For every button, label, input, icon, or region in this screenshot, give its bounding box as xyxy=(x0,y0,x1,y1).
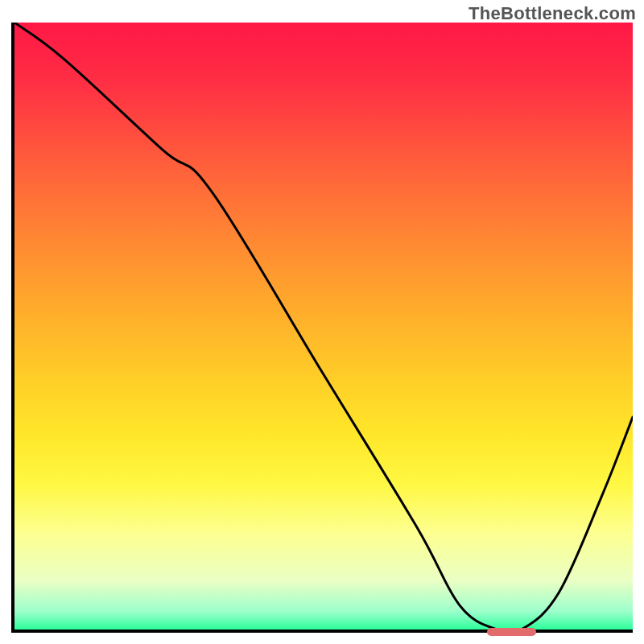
optimal-range-marker xyxy=(487,628,537,636)
watermark-text: TheBottleneck.com xyxy=(469,3,636,24)
chart-plot-area xyxy=(11,23,633,633)
bottleneck-curve xyxy=(14,23,633,630)
